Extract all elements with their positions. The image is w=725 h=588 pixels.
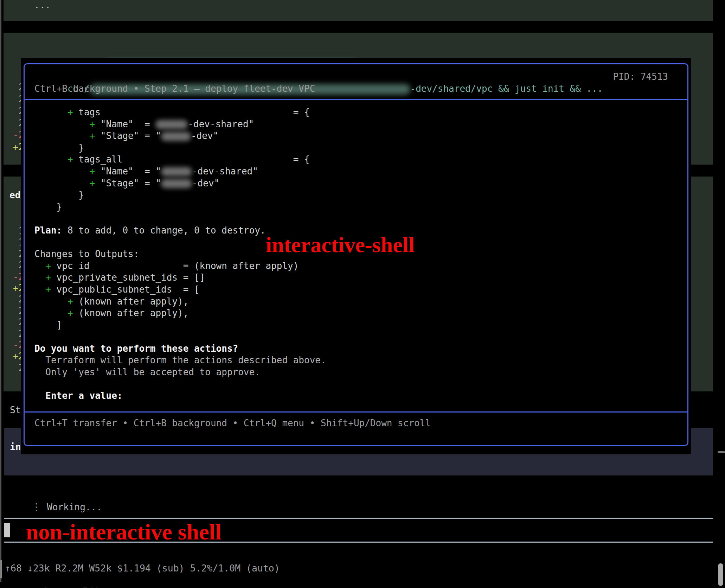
shell-text-segment: 8 to add, 0 to change, 0 to destroy. [62, 225, 265, 236]
shell-footer-separator [25, 411, 687, 413]
shell-text-segment: ] [34, 320, 62, 330]
shell-text-segment: Changes to Outputs: [34, 249, 139, 259]
shell-output-line: + tags_all = { [34, 154, 326, 166]
shell-output-line: + (known after apply), [34, 296, 326, 308]
shell-output-line: + "Stage" = "-dev" [34, 130, 326, 142]
shell-text-segment: "Stage" = " [95, 130, 161, 141]
mode-indicator-row[interactable]: ▶▶ Accept Edits [5, 574, 110, 588]
working-text [41, 502, 47, 512]
block-cursor [4, 523, 10, 537]
shell-footer-hints: Ctrl+T transfer • Ctrl+B background • Ct… [34, 417, 431, 429]
ellipsis-text: ... [34, 0, 51, 11]
shell-text-segment: Enter a value: [45, 390, 122, 401]
shell-text-segment [34, 130, 90, 141]
shell-output-line: Terraform will perform the actions descr… [34, 354, 326, 366]
redacted-value-smudge [161, 167, 192, 176]
collapsed-output-strip: ... [4, 0, 713, 21]
scrollbar-thumb[interactable] [718, 563, 723, 586]
shell-text-segment: tags_all = { [73, 154, 310, 165]
shell-text-segment: "Stage" = " [95, 178, 161, 188]
shell-output-line: Enter a value: [34, 390, 326, 402]
shell-output-line: + "Name" = -dev-shared" [34, 119, 326, 130]
shell-text-segment: -dev-shared" [188, 119, 254, 129]
shell-header-separator [25, 99, 687, 100]
shell-text-segment: tags = { [73, 107, 310, 117]
shell-output-line: + vpc_public_subnet_ids = [ [34, 284, 326, 296]
shell-text-segment: Plan: [34, 225, 62, 236]
shell-output-line: Do you want to perform these actions? [34, 343, 326, 355]
shell-output-line: + (known after apply), [34, 307, 326, 319]
shell-text-segment [34, 272, 45, 283]
shell-subtitle: Ctrl+B background • Step 2.1 — deploy fl… [34, 83, 315, 95]
token-stats-line: ↑68 ↓23k R2.2M W52k $1.194 (sub) 5.2%/1.… [5, 562, 280, 574]
shell-text-segment: + [45, 272, 51, 283]
shell-output-line [34, 331, 326, 343]
shell-output-line: + vpc_id = (known after apply) [34, 260, 326, 272]
input-label: in [10, 441, 21, 453]
shell-text-segment: "Name" = [95, 119, 155, 129]
shell-text-segment: + [68, 107, 73, 117]
left-pane-divider [0, 0, 1, 582]
shell-text-segment: -dev-shared" [192, 166, 258, 177]
shell-output-line: } [34, 189, 326, 201]
shell-text-segment [34, 390, 45, 401]
shell-text-segment: + [90, 119, 95, 129]
shell-text-segment: } [34, 190, 84, 200]
edit-label-2: ed [9, 189, 20, 201]
shell-text-segment: -dev" [192, 178, 219, 188]
stdout-label: St [10, 404, 21, 416]
shell-text-segment: -dev" [191, 130, 218, 141]
shell-output-line: + vpc_private_subnet_ids = [] [34, 272, 326, 284]
left-pane-divider-bright [0, 560, 2, 578]
redacted-value-smudge [161, 132, 191, 141]
shell-text-segment: "Name" = " [95, 166, 161, 177]
shell-output-line: + "Stage" = "-dev" [34, 178, 326, 190]
shell-text-segment: vpc_id = (known after apply) [51, 261, 299, 271]
shell-output-line: + "Name" = "-dev-shared" [34, 166, 326, 178]
working-label: Working... [47, 502, 102, 512]
spinner-icon: ⋮ [32, 501, 41, 513]
shell-text-segment [34, 308, 68, 318]
shell-output-line [34, 213, 326, 225]
redacted-value-smudge [155, 120, 188, 129]
shell-text-segment: vpc_public_subnet_ids = [ [51, 284, 200, 295]
shell-text-segment: + [90, 166, 95, 177]
shell-output-line: + tags = { [34, 107, 326, 119]
shell-text-segment: vpc_private_subnet_ids = [] [51, 272, 205, 283]
shell-text-segment: (known after apply), [73, 308, 189, 318]
shell-text-segment [34, 119, 90, 129]
shell-text-segment [34, 296, 68, 307]
shell-output-line: } [34, 201, 326, 213]
shell-text-segment: } [34, 202, 62, 212]
shell-text-segment [34, 107, 68, 117]
shell-text-segment: (known after apply), [73, 296, 189, 307]
terminal-screen: ... edit ~/Workterragrunt.hcl:28 2222-2+… [0, 0, 725, 588]
shell-text-segment: + [90, 178, 95, 188]
shell-text-segment: Do you want to perform these actions? [34, 343, 238, 354]
shell-output-line [34, 378, 326, 390]
shell-text-segment: Terraform will perform the actions descr… [34, 355, 326, 365]
shell-text-segment: + [68, 154, 73, 165]
shell-pid: PID: 74513 [613, 71, 668, 83]
shell-text-segment [34, 154, 68, 165]
shell-text-segment [34, 261, 45, 271]
interactive-shell-annotation: interactive-shell [266, 233, 415, 256]
shell-text-segment: + [90, 130, 95, 141]
mode-label: Accept Edits [43, 586, 110, 588]
shell-text-segment: + [45, 284, 51, 295]
shell-text-segment: Only 'yes' will be accepted to approve. [34, 367, 260, 377]
shell-output-line: Only 'yes' will be accepted to approve. [34, 366, 326, 378]
shell-text-segment: + [45, 261, 51, 271]
working-status-row: ⋮ Working... [9, 489, 102, 525]
shell-output-line: } [34, 142, 326, 154]
shell-text-segment [34, 284, 45, 295]
shell-text-segment [34, 166, 90, 177]
scrollbar-tick [718, 451, 725, 453]
shell-strip-bottom-border [4, 542, 713, 543]
shell-cmd-suffix: -dev/shared/vpc && just init && ... [410, 83, 603, 94]
shell-text-segment [34, 178, 90, 188]
shell-text-segment: } [34, 142, 84, 153]
shell-output-line: ] [34, 319, 326, 331]
redacted-value-smudge [161, 179, 192, 188]
shell-text-segment: + [68, 296, 73, 307]
